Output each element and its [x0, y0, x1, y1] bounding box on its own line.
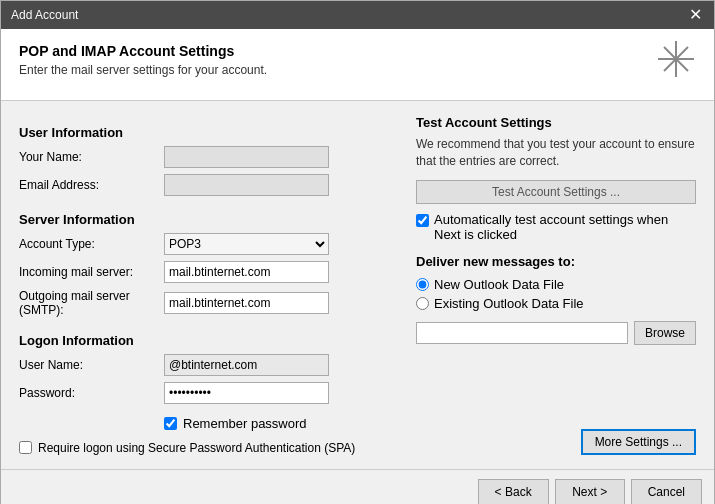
server-info-label: Server Information [19, 212, 396, 227]
existing-outlook-file-label: Existing Outlook Data File [434, 296, 584, 311]
username-input[interactable] [164, 354, 329, 376]
spa-label: Require logon using Secure Password Auth… [38, 441, 355, 455]
new-outlook-file-row: New Outlook Data File [416, 277, 696, 292]
your-name-row: Your Name: [19, 146, 396, 168]
auto-test-label: Automatically test account settings when… [434, 212, 696, 242]
cursor-icon [656, 39, 696, 86]
your-name-input[interactable] [164, 146, 329, 168]
outgoing-server-row: Outgoing mail server (SMTP): [19, 289, 396, 317]
incoming-label: Incoming mail server: [19, 265, 164, 279]
test-section-title: Test Account Settings [416, 115, 696, 130]
existing-outlook-file-row: Existing Outlook Data File [416, 296, 696, 311]
test-desc: We recommend that you test your account … [416, 136, 696, 170]
new-outlook-file-radio[interactable] [416, 278, 429, 291]
logon-info-label: Logon Information [19, 333, 396, 348]
more-settings-row: More Settings ... [416, 419, 696, 455]
more-settings-button[interactable]: More Settings ... [581, 429, 696, 455]
banner-heading: POP and IMAP Account Settings [19, 43, 267, 59]
user-info-label: User Information [19, 125, 396, 140]
bottom-bar: < Back Next > Cancel [1, 469, 714, 504]
account-type-label: Account Type: [19, 237, 164, 251]
outgoing-server-input[interactable] [164, 292, 329, 314]
new-outlook-file-label: New Outlook Data File [434, 277, 564, 292]
right-column: Test Account Settings We recommend that … [416, 115, 696, 455]
dialog-content: POP and IMAP Account Settings Enter the … [1, 29, 714, 504]
email-address-row: Email Address: [19, 174, 396, 196]
auto-test-row: Automatically test account settings when… [416, 212, 696, 242]
deliver-title: Deliver new messages to: [416, 254, 696, 269]
test-account-settings-button[interactable]: Test Account Settings ... [416, 180, 696, 204]
password-row: Password: [19, 382, 396, 404]
email-address-label: Email Address: [19, 178, 164, 192]
add-account-dialog: Add Account ✕ POP and IMAP Account Setti… [0, 0, 715, 504]
banner-text: POP and IMAP Account Settings Enter the … [19, 43, 267, 77]
password-label: Password: [19, 386, 164, 400]
remember-password-label: Remember password [183, 416, 307, 431]
your-name-label: Your Name: [19, 150, 164, 164]
existing-outlook-file-radio[interactable] [416, 297, 429, 310]
spa-checkbox[interactable] [19, 441, 32, 454]
incoming-server-row: Incoming mail server: [19, 261, 396, 283]
remember-password-checkbox[interactable] [164, 417, 177, 430]
spa-row: Require logon using Secure Password Auth… [19, 441, 396, 455]
remember-password-row: Remember password [164, 416, 396, 431]
username-label: User Name: [19, 358, 164, 372]
dialog-title: Add Account [11, 8, 78, 22]
incoming-server-input[interactable] [164, 261, 329, 283]
username-row: User Name: [19, 354, 396, 376]
account-type-select[interactable]: POP3 IMAP [164, 233, 329, 255]
auto-test-checkbox[interactable] [416, 214, 429, 227]
next-button[interactable]: Next > [555, 479, 625, 505]
cancel-button[interactable]: Cancel [631, 479, 702, 505]
main-area: User Information Your Name: Email Addres… [1, 101, 714, 469]
browse-input[interactable] [416, 322, 628, 344]
browse-button[interactable]: Browse [634, 321, 696, 345]
account-type-row: Account Type: POP3 IMAP [19, 233, 396, 255]
title-bar: Add Account ✕ [1, 1, 714, 29]
password-input[interactable] [164, 382, 329, 404]
close-button[interactable]: ✕ [687, 7, 704, 23]
browse-row: Browse [416, 321, 696, 345]
banner-description: Enter the mail server settings for your … [19, 63, 267, 77]
left-column: User Information Your Name: Email Addres… [19, 115, 396, 455]
back-button[interactable]: < Back [478, 479, 549, 505]
top-banner: POP and IMAP Account Settings Enter the … [1, 29, 714, 101]
outgoing-label: Outgoing mail server (SMTP): [19, 289, 164, 317]
email-address-input[interactable] [164, 174, 329, 196]
